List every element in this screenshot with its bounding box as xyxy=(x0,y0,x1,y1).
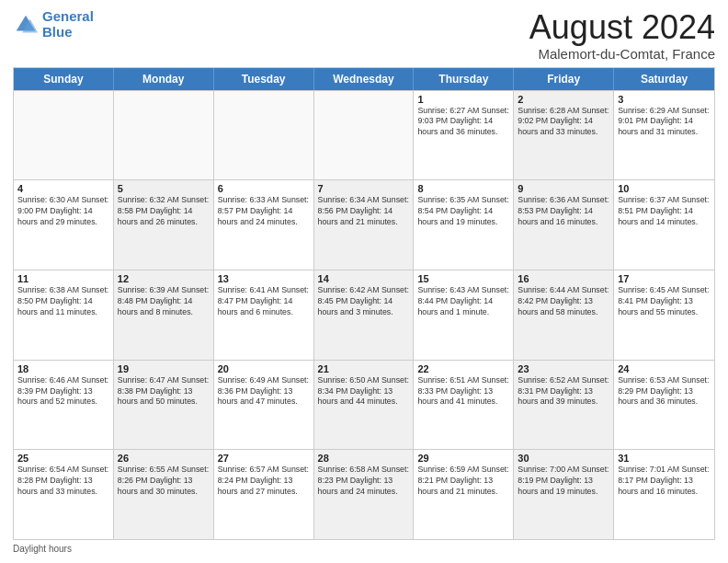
day-info: Sunrise: 7:00 AM Sunset: 8:19 PM Dayligh… xyxy=(518,465,609,498)
day-number: 3 xyxy=(618,94,711,105)
day-number: 2 xyxy=(518,94,609,105)
table-row: 2Sunrise: 6:28 AM Sunset: 9:02 PM Daylig… xyxy=(514,91,614,180)
day-info: Sunrise: 6:43 AM Sunset: 8:44 PM Dayligh… xyxy=(417,285,509,318)
day-number: 17 xyxy=(618,273,711,284)
header-day-monday: Monday xyxy=(114,68,214,90)
calendar-week-5: 25Sunrise: 6:54 AM Sunset: 8:28 PM Dayli… xyxy=(14,449,714,539)
day-number: 4 xyxy=(17,183,109,194)
day-info: Sunrise: 6:39 AM Sunset: 8:48 PM Dayligh… xyxy=(118,285,210,318)
day-info: Sunrise: 6:58 AM Sunset: 8:23 PM Dayligh… xyxy=(318,465,410,498)
day-number: 28 xyxy=(318,453,410,464)
day-number: 22 xyxy=(417,363,509,374)
calendar: SundayMondayTuesdayWednesdayThursdayFrid… xyxy=(13,67,715,540)
footer: Daylight hours xyxy=(13,544,715,554)
table-row: 20Sunrise: 6:49 AM Sunset: 8:36 PM Dayli… xyxy=(214,361,314,450)
day-number: 25 xyxy=(17,453,109,464)
day-info: Sunrise: 6:47 AM Sunset: 8:38 PM Dayligh… xyxy=(118,375,210,408)
logo-text: General Blue xyxy=(42,9,94,40)
day-number: 21 xyxy=(318,363,410,374)
table-row: 24Sunrise: 6:53 AM Sunset: 8:29 PM Dayli… xyxy=(614,361,714,450)
day-number: 1 xyxy=(417,94,509,105)
logo-icon xyxy=(13,12,39,38)
day-number: 20 xyxy=(218,363,310,374)
day-info: Sunrise: 6:35 AM Sunset: 8:54 PM Dayligh… xyxy=(417,195,509,228)
calendar-header: SundayMondayTuesdayWednesdayThursdayFrid… xyxy=(14,68,714,90)
table-row: 6Sunrise: 6:33 AM Sunset: 8:57 PM Daylig… xyxy=(214,180,314,270)
day-info: Sunrise: 6:32 AM Sunset: 8:58 PM Dayligh… xyxy=(118,195,210,228)
table-row: 3Sunrise: 6:29 AM Sunset: 9:01 PM Daylig… xyxy=(614,91,714,180)
table-row xyxy=(114,91,214,180)
day-number: 29 xyxy=(417,453,509,464)
day-info: Sunrise: 6:59 AM Sunset: 8:21 PM Dayligh… xyxy=(417,465,509,498)
table-row: 15Sunrise: 6:43 AM Sunset: 8:44 PM Dayli… xyxy=(414,270,514,360)
table-row: 12Sunrise: 6:39 AM Sunset: 8:48 PM Dayli… xyxy=(114,270,214,360)
table-row: 14Sunrise: 6:42 AM Sunset: 8:45 PM Dayli… xyxy=(314,270,415,360)
table-row: 7Sunrise: 6:34 AM Sunset: 8:56 PM Daylig… xyxy=(314,180,415,270)
day-info: Sunrise: 6:30 AM Sunset: 9:00 PM Dayligh… xyxy=(17,195,109,228)
day-info: Sunrise: 6:54 AM Sunset: 8:28 PM Dayligh… xyxy=(17,465,109,498)
header-day-wednesday: Wednesday xyxy=(314,68,415,90)
table-row: 1Sunrise: 6:27 AM Sunset: 9:03 PM Daylig… xyxy=(414,91,514,180)
header-day-thursday: Thursday xyxy=(414,68,514,90)
location: Malemort-du-Comtat, France xyxy=(529,46,715,62)
day-info: Sunrise: 6:52 AM Sunset: 8:31 PM Dayligh… xyxy=(518,375,609,408)
day-info: Sunrise: 6:29 AM Sunset: 9:01 PM Dayligh… xyxy=(618,106,711,139)
day-info: Sunrise: 6:27 AM Sunset: 9:03 PM Dayligh… xyxy=(417,106,509,139)
table-row: 4Sunrise: 6:30 AM Sunset: 9:00 PM Daylig… xyxy=(14,180,114,270)
day-info: Sunrise: 6:50 AM Sunset: 8:34 PM Dayligh… xyxy=(318,375,410,408)
table-row: 30Sunrise: 7:00 AM Sunset: 8:19 PM Dayli… xyxy=(514,450,614,539)
table-row: 28Sunrise: 6:58 AM Sunset: 8:23 PM Dayli… xyxy=(314,450,415,539)
day-info: Sunrise: 6:44 AM Sunset: 8:42 PM Dayligh… xyxy=(518,285,609,318)
header-day-sunday: Sunday xyxy=(14,68,114,90)
logo-line2: Blue xyxy=(42,24,73,40)
daylight-label: Daylight hours xyxy=(13,544,72,554)
table-row: 26Sunrise: 6:55 AM Sunset: 8:26 PM Dayli… xyxy=(114,450,214,539)
table-row: 9Sunrise: 6:36 AM Sunset: 8:53 PM Daylig… xyxy=(514,180,614,270)
day-number: 12 xyxy=(118,273,210,284)
day-info: Sunrise: 6:41 AM Sunset: 8:47 PM Dayligh… xyxy=(218,285,310,318)
day-number: 18 xyxy=(17,363,109,374)
table-row: 13Sunrise: 6:41 AM Sunset: 8:47 PM Dayli… xyxy=(214,270,314,360)
day-info: Sunrise: 6:53 AM Sunset: 8:29 PM Dayligh… xyxy=(618,375,711,408)
day-number: 10 xyxy=(618,183,711,194)
day-number: 14 xyxy=(318,273,410,284)
day-info: Sunrise: 6:33 AM Sunset: 8:57 PM Dayligh… xyxy=(218,195,310,228)
table-row: 31Sunrise: 7:01 AM Sunset: 8:17 PM Dayli… xyxy=(614,450,714,539)
day-number: 24 xyxy=(618,363,711,374)
table-row: 21Sunrise: 6:50 AM Sunset: 8:34 PM Dayli… xyxy=(314,361,415,450)
day-info: Sunrise: 6:51 AM Sunset: 8:33 PM Dayligh… xyxy=(417,375,509,408)
calendar-week-4: 18Sunrise: 6:46 AM Sunset: 8:39 PM Dayli… xyxy=(14,360,714,450)
header-day-saturday: Saturday xyxy=(614,68,714,90)
calendar-week-3: 11Sunrise: 6:38 AM Sunset: 8:50 PM Dayli… xyxy=(14,270,714,360)
table-row: 17Sunrise: 6:45 AM Sunset: 8:41 PM Dayli… xyxy=(614,270,714,360)
table-row: 16Sunrise: 6:44 AM Sunset: 8:42 PM Dayli… xyxy=(514,270,614,360)
header-day-tuesday: Tuesday xyxy=(214,68,314,90)
table-row xyxy=(214,91,314,180)
day-number: 30 xyxy=(518,453,609,464)
logo: General Blue xyxy=(13,9,94,40)
table-row xyxy=(314,91,415,180)
day-number: 15 xyxy=(417,273,509,284)
header-day-friday: Friday xyxy=(514,68,614,90)
table-row: 8Sunrise: 6:35 AM Sunset: 8:54 PM Daylig… xyxy=(414,180,514,270)
table-row: 5Sunrise: 6:32 AM Sunset: 8:58 PM Daylig… xyxy=(114,180,214,270)
day-info: Sunrise: 6:49 AM Sunset: 8:36 PM Dayligh… xyxy=(218,375,310,408)
day-number: 6 xyxy=(218,183,310,194)
day-info: Sunrise: 6:38 AM Sunset: 8:50 PM Dayligh… xyxy=(17,285,109,318)
table-row: 29Sunrise: 6:59 AM Sunset: 8:21 PM Dayli… xyxy=(414,450,514,539)
page-header: General Blue August 2024 Malemort-du-Com… xyxy=(13,9,715,62)
day-number: 23 xyxy=(518,363,609,374)
day-number: 5 xyxy=(118,183,210,194)
logo-line1: General xyxy=(42,8,94,24)
calendar-week-2: 4Sunrise: 6:30 AM Sunset: 9:00 PM Daylig… xyxy=(14,179,714,270)
table-row: 19Sunrise: 6:47 AM Sunset: 8:38 PM Dayli… xyxy=(114,361,214,450)
day-number: 9 xyxy=(518,183,609,194)
day-info: Sunrise: 6:28 AM Sunset: 9:02 PM Dayligh… xyxy=(518,106,609,139)
table-row: 11Sunrise: 6:38 AM Sunset: 8:50 PM Dayli… xyxy=(14,270,114,360)
day-info: Sunrise: 6:46 AM Sunset: 8:39 PM Dayligh… xyxy=(17,375,109,408)
day-number: 26 xyxy=(118,453,210,464)
day-info: Sunrise: 6:36 AM Sunset: 8:53 PM Dayligh… xyxy=(518,195,609,228)
table-row: 10Sunrise: 6:37 AM Sunset: 8:51 PM Dayli… xyxy=(614,180,714,270)
day-info: Sunrise: 6:34 AM Sunset: 8:56 PM Dayligh… xyxy=(318,195,410,228)
day-number: 31 xyxy=(618,453,711,464)
